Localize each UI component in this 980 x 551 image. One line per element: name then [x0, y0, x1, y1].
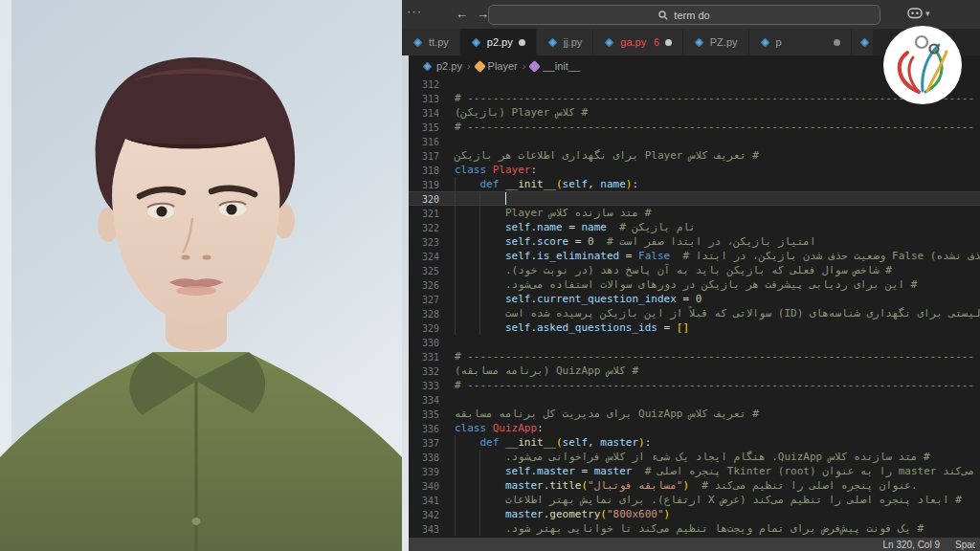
code-line-314[interactable]: 314# کلاس Player (بازیکن)	[409, 105, 980, 120]
editor-tab-tt.py[interactable]: tt.py	[402, 29, 460, 55]
code-line-334[interactable]: 334	[409, 392, 980, 407]
copilot-menu-button[interactable]: ▾	[907, 7, 930, 19]
indent-guide	[479, 521, 480, 536]
line-content: # --------------------------------------…	[455, 378, 980, 392]
code-line-342[interactable]: 342 master.geometry("800x600")	[409, 507, 980, 521]
code-line-326[interactable]: 326 # این برای ردیابی پیشرفت هر بازیکن د…	[409, 277, 980, 292]
line-content: self.score = 0 # امتیاز بازیکن، در ابتدا…	[455, 234, 980, 249]
code-line-316[interactable]: 316	[409, 134, 980, 148]
breadcrumb-separator: ›	[523, 60, 526, 72]
overflow-menu-button[interactable]: ···	[407, 4, 422, 18]
indent-guide	[455, 507, 456, 521]
line-number: 341	[409, 493, 439, 507]
code-line-331[interactable]: 331# -----------------------------------…	[409, 349, 980, 364]
code-line-335[interactable]: 335# تعریف کلاس QuizApp برای مدیریت کل ب…	[409, 407, 980, 421]
navigate-back-button[interactable]: ←	[456, 7, 468, 21]
code-line-327[interactable]: 327 self.current_question_index = 0	[409, 292, 980, 306]
status-bar: Ln 320, Col 9 Spaces: 4	[409, 538, 980, 551]
editor-tab-jj.py[interactable]: jj.py	[537, 29, 594, 55]
code-line-318[interactable]: 318class Player:	[409, 163, 980, 177]
line-number: 329	[409, 320, 439, 335]
indent-guide	[479, 234, 480, 249]
indent-guide	[455, 493, 456, 507]
breadcrumb-method[interactable]: __init__	[530, 60, 580, 72]
line-content	[455, 191, 980, 206]
line-number: 315	[409, 120, 439, 134]
editor-tab-PZ.py[interactable]: PZ.py	[683, 29, 749, 55]
line-content: # --------------------------------------…	[455, 349, 980, 364]
method-symbol-icon	[529, 60, 542, 73]
modified-indicator-dot[interactable]	[665, 39, 672, 46]
code-line-332[interactable]: 332# کلاس QuizApp (برنامه مسابقه)	[409, 364, 980, 378]
editor-tab-ga.py[interactable]: ga.py6	[593, 29, 682, 55]
code-line-324[interactable]: 324 self.is_eliminated = False # وضعیت ح…	[409, 249, 980, 263]
code-line-319[interactable]: 319 def __init__(self, name):	[409, 177, 980, 191]
line-content	[455, 335, 980, 349]
line-number: 338	[409, 450, 439, 464]
indent-guide	[479, 220, 480, 234]
modified-indicator-dot[interactable]	[519, 39, 525, 46]
indent-guide	[479, 450, 480, 464]
breadcrumb-file[interactable]: p2.py	[422, 60, 462, 72]
code-line-323[interactable]: 323 self.score = 0 # امتیاز بازیکن، در ا…	[409, 234, 980, 249]
code-line-338[interactable]: 338 # متد سازنده کلاس QuizApp. هنگام ایج…	[409, 450, 980, 464]
code-line-320[interactable]: 320	[409, 191, 980, 206]
indent-guide	[455, 521, 456, 536]
line-number: 336	[409, 421, 439, 435]
code-editor[interactable]: 312313# --------------------------------…	[409, 77, 980, 538]
line-content	[455, 392, 980, 407]
cursor-position-status[interactable]: Ln 320, Col 9	[883, 540, 941, 550]
python-icon	[412, 37, 423, 48]
line-content: class QuizApp:	[455, 421, 980, 435]
code-line-315[interactable]: 315# -----------------------------------…	[409, 120, 980, 134]
command-center-search[interactable]: term do	[488, 5, 880, 25]
code-line-329[interactable]: 329 self.asked_questions_ids = []	[409, 320, 980, 335]
line-content: master.geometry("800x600")	[455, 507, 980, 521]
code-line-333[interactable]: 333# -----------------------------------…	[409, 378, 980, 392]
line-number: 313	[409, 91, 439, 105]
python-icon	[859, 37, 870, 48]
modified-indicator-dot[interactable]	[834, 39, 840, 46]
tab-label: p2.py	[487, 36, 513, 48]
indentation-status[interactable]: Spaces: 4	[955, 540, 975, 550]
line-number: 327	[409, 292, 439, 306]
code-line-322[interactable]: 322 self.name = name # نام بازیکن	[409, 220, 980, 234]
indent-guide	[479, 277, 480, 292]
line-number: 334	[409, 392, 439, 407]
breadcrumb-separator: ›	[467, 60, 471, 72]
indent-guide	[479, 206, 480, 220]
line-number: 331	[409, 349, 439, 364]
tab-label: PZ.py	[710, 36, 738, 48]
editor-tab-p2.py[interactable]: p2.py	[460, 29, 537, 55]
code-line-337[interactable]: 337 def __init__(self, master):	[409, 435, 980, 450]
indent-guide	[479, 320, 480, 335]
indent-guide	[455, 306, 456, 320]
editor-tab-p[interactable]: p	[749, 29, 852, 55]
text-cursor	[505, 192, 507, 205]
code-line-336[interactable]: 336class QuizApp:	[409, 421, 980, 435]
line-content: self.master = master # پنجره اصلی Tkinte…	[455, 464, 980, 478]
code-line-341[interactable]: 341 # ابعاد پنجره اصلی را تنظیم می‌کند (…	[409, 493, 980, 507]
line-number: 335	[409, 407, 439, 421]
line-number: 316	[409, 134, 439, 148]
code-line-343[interactable]: 343 # یک فونت پیش‌فرض برای تمام ویجت‌ها …	[409, 521, 980, 536]
code-line-325[interactable]: 325 # شاخص سوال فعلی که بازیکن باید به آ…	[409, 263, 980, 277]
line-content: # این برای ردیابی پیشرفت هر بازیکن در دو…	[455, 277, 980, 292]
indent-guide	[479, 464, 480, 478]
code-line-330[interactable]: 330	[409, 335, 980, 349]
portrait-photo-image	[0, 0, 402, 551]
code-line-340[interactable]: 340 master.title("مسابقه فوتبال") # عنوا…	[409, 478, 980, 493]
code-line-339[interactable]: 339 self.master = master # پنجره اصلی Tk…	[409, 464, 980, 478]
organization-logo	[882, 25, 963, 105]
breadcrumb-class[interactable]: Player	[476, 60, 518, 72]
line-number: 325	[409, 263, 439, 277]
indent-guide	[479, 292, 480, 306]
line-content: # تعریف کلاس Player برای نگهداری اطلاعات…	[455, 148, 980, 163]
python-icon	[760, 37, 770, 48]
code-line-317[interactable]: 317# تعریف کلاس Player برای نگهداری اطلا…	[409, 148, 980, 163]
code-line-321[interactable]: 321 # متد سازنده کلاس Player	[409, 206, 980, 220]
indent-guide	[455, 435, 456, 450]
editor-tab-partial[interactable]	[852, 29, 874, 55]
code-line-328[interactable]: 328 # لیستی برای نگهداری شناسه‌های (ID) …	[409, 306, 980, 320]
line-number: 328	[409, 306, 439, 320]
